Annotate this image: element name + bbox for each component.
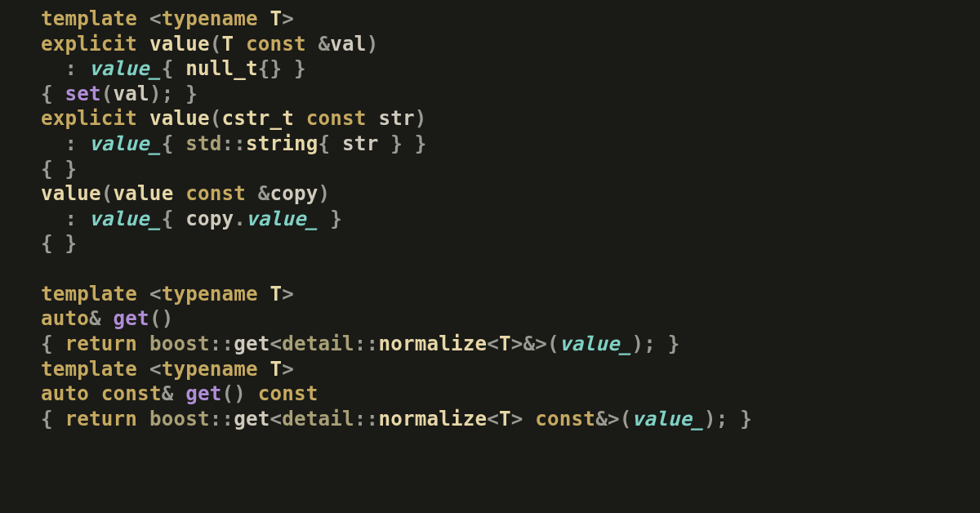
code-token: typename [162, 7, 258, 30]
code-token: :: [210, 332, 234, 355]
code-token: & [595, 408, 608, 430]
code-token [137, 107, 149, 130]
code-token: :: [354, 332, 379, 355]
code-token [137, 283, 149, 306]
code-token: detail [282, 332, 354, 355]
code-token: str [342, 132, 378, 155]
code-token: :: [354, 408, 379, 430]
code-token: { [41, 332, 65, 355]
code-token: < [487, 332, 499, 355]
code-token: { [41, 83, 65, 105]
code-token: const [535, 408, 595, 430]
code-token: value_ [559, 332, 632, 355]
code-token: return [65, 332, 138, 355]
code-token: value [149, 33, 210, 56]
code-token: copy [270, 182, 318, 205]
code-token: < [149, 358, 162, 381]
code-token: ) [149, 83, 162, 105]
code-token: str [378, 107, 414, 130]
code-token: > [282, 283, 294, 306]
code-token: < [149, 283, 162, 306]
code-token: { [162, 57, 186, 80]
code-token: get [234, 408, 270, 430]
code-token: :: [210, 408, 234, 430]
code-token: T [221, 33, 234, 56]
code-token: () [221, 382, 246, 405]
code-token: ; } [162, 83, 198, 105]
code-token: cstr_t [221, 107, 294, 130]
code-token: . [234, 207, 246, 230]
code-token: {} } [258, 57, 306, 80]
code-token: ( [210, 33, 222, 56]
code-token: val [330, 33, 366, 56]
code-token: < [487, 408, 499, 430]
code-token: auto [41, 307, 89, 330]
code-token: val [114, 83, 149, 105]
code-token: ) [631, 332, 644, 355]
code-block: template <typename T> explicit value(T c… [0, 0, 980, 431]
code-token: >( [608, 408, 632, 430]
code-token: template [41, 283, 137, 306]
code-token: string [246, 132, 318, 155]
code-token: value_ [89, 57, 162, 80]
code-token: < [270, 408, 283, 430]
code-token: & [162, 382, 186, 405]
code-token: > [282, 7, 294, 30]
code-token: ) [415, 107, 427, 130]
code-token [246, 382, 258, 405]
code-token: { [162, 207, 186, 230]
code-token: > [282, 358, 294, 381]
code-token: T [270, 358, 283, 381]
code-token: typename [162, 358, 258, 381]
code-token [523, 408, 536, 430]
code-token: { } [41, 158, 77, 181]
code-token: < [270, 332, 283, 355]
code-token: () [149, 307, 174, 330]
code-token: T [270, 283, 283, 306]
code-token: : [41, 57, 89, 80]
code-token: normalize [378, 408, 487, 430]
code-token: auto [41, 382, 89, 405]
code-token: ( [101, 83, 114, 105]
code-token: ; } [716, 408, 752, 430]
code-token: { [41, 408, 65, 430]
code-token: const [185, 182, 246, 205]
code-token [137, 33, 149, 56]
code-token: const [306, 107, 367, 130]
code-token: template [41, 7, 137, 30]
code-token: ( [101, 182, 114, 205]
code-token: T [270, 7, 283, 30]
code-token: explicit [41, 107, 137, 130]
code-token: ( [210, 107, 222, 130]
code-token [137, 408, 149, 430]
code-token: const [246, 33, 306, 56]
code-token: explicit [41, 33, 137, 56]
code-token: < [149, 7, 162, 30]
code-token: boost [149, 408, 210, 430]
code-token: value [41, 182, 101, 205]
code-token: ; } [644, 332, 679, 355]
code-token: copy [185, 207, 234, 230]
code-token [258, 358, 270, 381]
code-token: get [185, 382, 221, 405]
code-token: return [65, 408, 138, 430]
code-token: > [511, 332, 523, 355]
code-token: value_ [89, 207, 162, 230]
code-token: } } [378, 132, 426, 155]
code-token: T [499, 332, 511, 355]
code-token: std [185, 132, 221, 155]
code-token: value_ [89, 132, 162, 155]
code-token [294, 107, 306, 130]
code-token [234, 33, 246, 56]
code-token: : [41, 132, 89, 155]
code-token: { [162, 132, 186, 155]
code-token: { [318, 132, 343, 155]
code-token: const [258, 382, 318, 405]
code-token: } [318, 207, 343, 230]
code-token [258, 283, 270, 306]
code-token: T [499, 408, 511, 430]
code-token: & [318, 33, 331, 56]
code-token: & [89, 307, 114, 330]
code-token: >( [535, 332, 559, 355]
code-token: set [65, 83, 101, 105]
